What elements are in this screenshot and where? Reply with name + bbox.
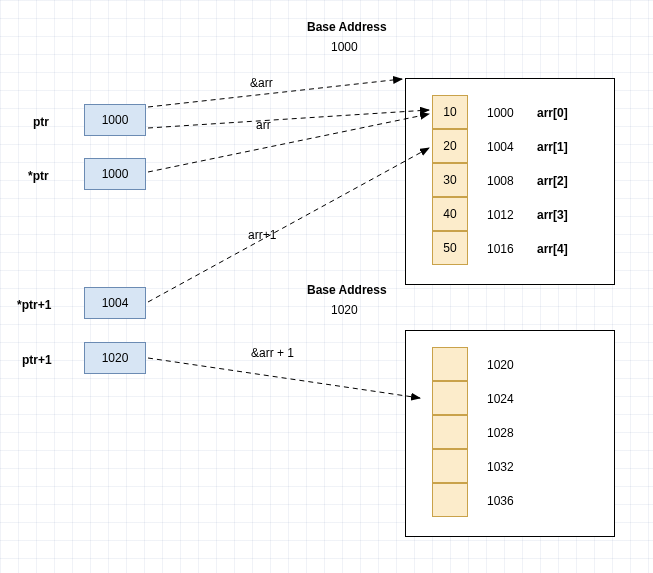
array1-cell-1: 20 <box>432 129 468 163</box>
array2-addr-3: 1032 <box>487 460 514 474</box>
base-address-2-label: Base Address <box>307 283 387 297</box>
ptr-plus1-value: 1020 <box>102 351 129 365</box>
array2-cell-1 <box>432 381 468 415</box>
base-address-1-label: Base Address <box>307 20 387 34</box>
array1-val-4: 50 <box>443 241 456 255</box>
arrow-label-arr-plus1: arr+1 <box>248 228 276 242</box>
array1-cell-2: 30 <box>432 163 468 197</box>
deref-ptr-box: 1000 <box>84 158 146 190</box>
arrow-amp-arr <box>148 79 402 107</box>
diagram-canvas: Base Address 1000 ptr 1000 *ptr 1000 *pt… <box>0 0 653 573</box>
deref-ptr-plus1-label: *ptr+1 <box>17 298 51 312</box>
array1-val-1: 20 <box>443 139 456 153</box>
array1-cell-4: 50 <box>432 231 468 265</box>
ptr-label: ptr <box>33 115 49 129</box>
array1-idx-0: arr[0] <box>537 106 568 120</box>
array1-idx-1: arr[1] <box>537 140 568 154</box>
array1-val-3: 40 <box>443 207 456 221</box>
array1-addr-0: 1000 <box>487 106 514 120</box>
arrow-arr-plus1 <box>148 148 429 302</box>
deref-ptr-plus1-value: 1004 <box>102 296 129 310</box>
ptr-plus1-box: 1020 <box>84 342 146 374</box>
array1-addr-4: 1016 <box>487 242 514 256</box>
array1-val-2: 30 <box>443 173 456 187</box>
array1-addr-3: 1012 <box>487 208 514 222</box>
arrow-arr <box>148 110 429 128</box>
deref-ptr-plus1-box: 1004 <box>84 287 146 319</box>
base-address-2-value: 1020 <box>331 303 358 317</box>
arrow-label-amp-arr: &arr <box>250 76 273 90</box>
array2-addr-1: 1024 <box>487 392 514 406</box>
array2-cell-4 <box>432 483 468 517</box>
array1-idx-3: arr[3] <box>537 208 568 222</box>
array2-addr-2: 1028 <box>487 426 514 440</box>
arrow-label-amp-arr-plus1: &arr + 1 <box>251 346 294 360</box>
base-address-1-value: 1000 <box>331 40 358 54</box>
ptr-box: 1000 <box>84 104 146 136</box>
array1-val-0: 10 <box>443 105 456 119</box>
array1-idx-2: arr[2] <box>537 174 568 188</box>
array2-cell-2 <box>432 415 468 449</box>
array1-cell-0: 10 <box>432 95 468 129</box>
arrow-label-arr: arr <box>256 118 271 132</box>
ptr-value: 1000 <box>102 113 129 127</box>
ptr-plus1-label: ptr+1 <box>22 353 52 367</box>
array2-addr-0: 1020 <box>487 358 514 372</box>
array1-cell-3: 40 <box>432 197 468 231</box>
array2-cell-3 <box>432 449 468 483</box>
array1-addr-2: 1008 <box>487 174 514 188</box>
arrow-deref-ptr <box>148 114 429 172</box>
arrow-amp-arr-plus1 <box>148 358 420 398</box>
array2-cell-0 <box>432 347 468 381</box>
array2-addr-4: 1036 <box>487 494 514 508</box>
array1-idx-4: arr[4] <box>537 242 568 256</box>
deref-ptr-label: *ptr <box>28 169 49 183</box>
deref-ptr-value: 1000 <box>102 167 129 181</box>
array1-addr-1: 1004 <box>487 140 514 154</box>
